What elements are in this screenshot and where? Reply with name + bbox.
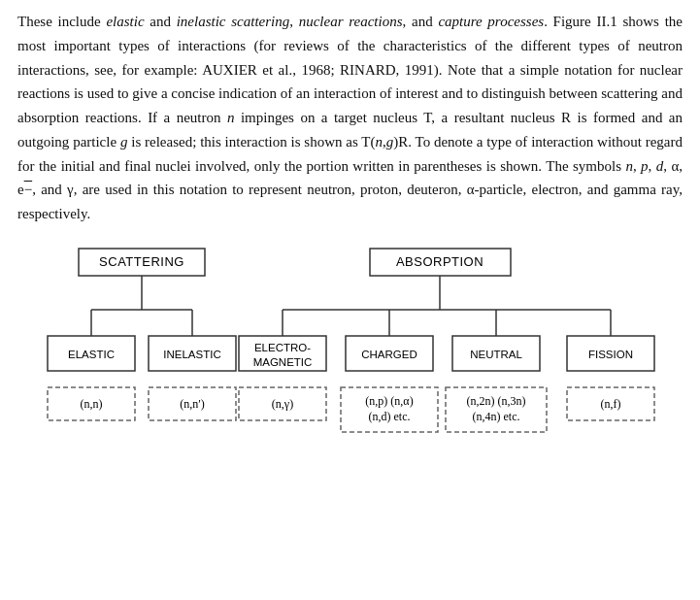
svg-text:INELASTIC: INELASTIC [163,349,220,360]
svg-text:(n,4n) etc.: (n,4n) etc. [472,410,519,423]
svg-text:ABSORPTION: ABSORPTION [395,254,483,269]
svg-text:(n,γ): (n,γ) [271,397,292,411]
svg-text:MAGNETIC: MAGNETIC [252,356,312,368]
capture-processes-text: capture processes [438,14,544,29]
svg-text:FISSION: FISSION [587,349,632,360]
nuclear-reactions-text: nuclear reactions [299,14,403,29]
svg-text:(n,2n) (n,3n): (n,2n) (n,3n) [466,394,525,408]
svg-text:ELECTRO-: ELECTRO- [253,342,310,353]
e-overline: − [24,182,32,197]
svg-text:(n,d) etc.: (n,d) etc. [368,410,410,423]
svg-text:ELASTIC: ELASTIC [68,349,115,360]
main-paragraph: These include elastic and inelastic scat… [17,10,683,226]
diagram-svg: SCATTERING ABSORPTION [20,244,681,477]
n-italic-2: n [376,134,383,150]
g-italic-2: g [386,134,394,150]
svg-text:(n,p) (n,α): (n,p) (n,α) [365,394,413,408]
svg-text:SCATTERING: SCATTERING [99,254,184,269]
n-italic-1: n [227,110,235,125]
g-italic: g [120,134,128,150]
svg-text:(n,n): (n,n) [80,397,102,411]
svg-text:(n,f): (n,f) [600,397,620,411]
svg-text:CHARGED: CHARGED [361,349,417,360]
elastic-text: elastic [106,14,144,29]
sym-d: d [656,158,664,174]
inelastic-text: inelastic scattering [177,14,290,29]
svg-text:NEUTRAL: NEUTRAL [470,349,522,360]
diagram-wrapper: SCATTERING ABSORPTION [20,244,681,477]
sym-p: p [641,158,649,174]
sym-n: n [625,158,633,174]
diagram-section: SCATTERING ABSORPTION [17,244,683,477]
svg-text:(n,n′): (n,n′) [180,397,205,411]
